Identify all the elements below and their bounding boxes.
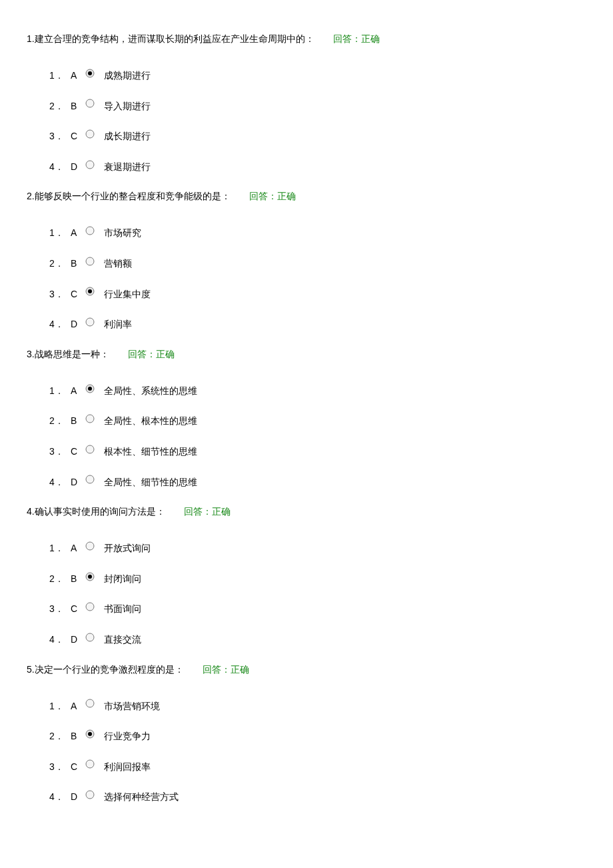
option-index: 3． xyxy=(49,288,71,301)
option-row: 4．D全局性、细节性的思维 xyxy=(49,476,586,489)
question-number: 4. xyxy=(27,506,35,517)
question-number: 1. xyxy=(27,33,35,44)
option-text: 书面询问 xyxy=(104,603,141,616)
option-text: 行业集中度 xyxy=(104,288,151,301)
option-index: 2． xyxy=(49,730,71,743)
question-line: 1.建立合理的竞争结构，进而谋取长期的利益应在产业生命周期中的：回答：正确 xyxy=(27,33,586,45)
option-index: 2． xyxy=(49,415,71,428)
radio-unselected-icon[interactable] xyxy=(85,445,95,454)
option-row: 4．D利润率 xyxy=(49,318,586,331)
radio-selected-icon[interactable] xyxy=(85,69,95,78)
quiz-root: 1.建立合理的竞争结构，进而谋取长期的利益应在产业生命周期中的：回答：正确1．A… xyxy=(27,33,586,804)
question-block: 5.决定一个行业的竞争激烈程度的是：回答：正确1．A市场营销环境2．B行业竞争力… xyxy=(27,664,586,804)
option-row: 3．C书面询问 xyxy=(49,603,586,616)
option-letter: C xyxy=(71,603,84,616)
radio-unselected-icon[interactable] xyxy=(85,759,95,769)
question-line: 3.战略思维是一种：回答：正确 xyxy=(27,349,586,361)
option-index: 1． xyxy=(49,700,71,713)
radio-unselected-icon[interactable] xyxy=(85,541,95,551)
svg-point-9 xyxy=(86,318,94,326)
radio-unselected-icon[interactable] xyxy=(85,226,95,235)
option-text: 全局性、系统性的思维 xyxy=(104,385,197,398)
svg-point-13 xyxy=(86,445,94,453)
radio-selected-icon[interactable] xyxy=(85,287,95,296)
svg-point-15 xyxy=(86,542,94,550)
svg-point-20 xyxy=(86,699,94,707)
option-letter: C xyxy=(71,130,84,143)
question-line: 4.确认事实时使用的询问方法是：回答：正确 xyxy=(27,506,586,518)
option-index: 4． xyxy=(49,318,71,331)
option-index: 2． xyxy=(49,573,71,586)
option-letter: A xyxy=(71,700,84,713)
option-letter: B xyxy=(71,257,84,271)
radio-unselected-icon[interactable] xyxy=(85,129,95,139)
option-text: 全局性、根本性的思维 xyxy=(104,415,197,428)
svg-point-19 xyxy=(86,633,94,641)
option-text: 导入期进行 xyxy=(104,100,151,113)
svg-point-4 xyxy=(86,161,94,169)
svg-point-14 xyxy=(86,475,94,483)
option-letter: B xyxy=(71,100,84,113)
radio-unselected-icon[interactable] xyxy=(85,317,95,327)
options-list: 1．A全局性、系统性的思维2．B全局性、根本性的思维3．C根本性、细节性的思维4… xyxy=(27,385,586,489)
option-row: 2．B封闭询问 xyxy=(49,573,586,586)
svg-point-17 xyxy=(88,575,92,579)
option-index: 3． xyxy=(49,761,71,774)
radio-unselected-icon[interactable] xyxy=(85,790,95,799)
option-index: 1． xyxy=(49,542,71,555)
option-index: 3． xyxy=(49,130,71,143)
option-row: 3．C利润回报率 xyxy=(49,761,586,774)
option-letter: A xyxy=(71,385,84,398)
radio-unselected-icon[interactable] xyxy=(85,99,95,108)
option-letter: A xyxy=(71,542,84,555)
svg-point-8 xyxy=(88,289,92,293)
options-list: 1．A开放式询问2．B封闭询问3．C书面询问4．D直接交流 xyxy=(27,542,586,646)
question-text: 建立合理的竞争结构，进而谋取长期的利益应在产业生命周期中的： xyxy=(35,33,314,44)
radio-unselected-icon[interactable] xyxy=(85,633,95,642)
option-row: 3．C成长期进行 xyxy=(49,130,586,143)
option-row: 4．D直接交流 xyxy=(49,633,586,647)
option-text: 成熟期进行 xyxy=(104,69,151,83)
option-index: 2． xyxy=(49,257,71,271)
option-index: 4． xyxy=(49,633,71,647)
option-text: 利润率 xyxy=(104,318,132,331)
radio-unselected-icon[interactable] xyxy=(85,414,95,423)
option-row: 3．C行业集中度 xyxy=(49,288,586,301)
option-text: 行业竞争力 xyxy=(104,730,151,743)
option-letter: B xyxy=(71,415,84,428)
answer-feedback: 回答：正确 xyxy=(203,664,249,675)
option-text: 衰退期进行 xyxy=(104,161,151,174)
radio-unselected-icon[interactable] xyxy=(85,160,95,169)
radio-unselected-icon[interactable] xyxy=(85,257,95,266)
option-text: 成长期进行 xyxy=(104,130,151,143)
svg-point-11 xyxy=(88,387,92,391)
radio-unselected-icon[interactable] xyxy=(85,475,95,484)
radio-unselected-icon[interactable] xyxy=(85,699,95,708)
svg-point-3 xyxy=(86,130,94,138)
question-text: 能够反映一个行业的整合程度和竞争能级的是： xyxy=(35,191,231,201)
option-index: 1． xyxy=(49,227,71,240)
radio-unselected-icon[interactable] xyxy=(85,602,95,611)
option-text: 利润回报率 xyxy=(104,761,151,774)
option-index: 1． xyxy=(49,385,71,398)
radio-selected-icon[interactable] xyxy=(85,384,95,393)
option-index: 3． xyxy=(49,445,71,459)
question-number: 5. xyxy=(27,664,35,675)
svg-point-5 xyxy=(86,227,94,235)
option-letter: C xyxy=(71,445,84,459)
option-row: 2．B全局性、根本性的思维 xyxy=(49,415,586,428)
svg-point-6 xyxy=(86,257,94,265)
radio-selected-icon[interactable] xyxy=(85,572,95,581)
option-text: 直接交流 xyxy=(104,633,141,647)
option-row: 3．C根本性、细节性的思维 xyxy=(49,445,586,459)
option-text: 封闭询问 xyxy=(104,573,141,586)
option-letter: D xyxy=(71,791,84,804)
radio-selected-icon[interactable] xyxy=(85,729,95,739)
svg-point-23 xyxy=(86,760,94,768)
option-text: 开放式询问 xyxy=(104,542,151,555)
options-list: 1．A市场研究2．B营销额3．C行业集中度4．D利润率 xyxy=(27,227,586,331)
question-text: 确认事实时使用的询问方法是： xyxy=(35,506,165,517)
answer-feedback: 回答：正确 xyxy=(184,506,231,517)
answer-feedback: 回答：正确 xyxy=(128,349,175,359)
option-letter: D xyxy=(71,476,84,489)
